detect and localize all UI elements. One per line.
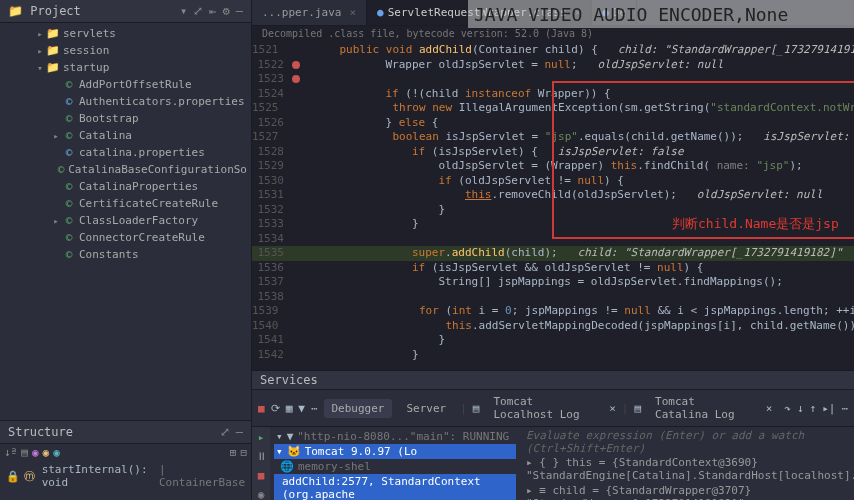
tab-catalina-log[interactable]: Tomcat Catalina Log <box>647 392 760 424</box>
minimize-icon[interactable]: — <box>236 4 243 18</box>
code-line[interactable]: 1531 this.removeChild(oldJspServlet); ol… <box>252 188 854 203</box>
code-line[interactable]: 1540 this.addServletMappingDecoded(jspMa… <box>252 319 854 334</box>
more-icon[interactable]: ⋯ <box>311 402 318 415</box>
variable-row[interactable]: ▸ ≡ child = {StandardWrapper@3707} "Stan… <box>526 483 848 500</box>
structure-item[interactable]: 🔒 ⓜ startInternal(): void | ContainerBas… <box>0 461 251 491</box>
expand-icon[interactable]: ⤢ <box>220 425 230 439</box>
structure-toolbar: ↓ª ▤ ◉ ◉ ◉ ⊞ ⊟ <box>0 444 251 461</box>
code-line[interactable]: 1521 public void addChild(Container chil… <box>252 43 854 58</box>
stop-icon[interactable]: ■ <box>258 402 265 415</box>
step-over-icon[interactable]: ↷ <box>784 402 791 415</box>
services-header: Services <box>252 371 854 390</box>
step-out-icon[interactable]: ↑ <box>810 402 817 415</box>
method-icon[interactable]: ◉ <box>53 446 60 459</box>
code-line[interactable]: 1523 <box>252 72 854 87</box>
code-line[interactable]: 1539 for (int i = 0; jspMappings != null… <box>252 304 854 319</box>
tree-item[interactable]: ©CertificateCreateRule <box>0 195 251 212</box>
expand-all-icon[interactable]: ⊞ <box>230 446 237 459</box>
tab-localhost-log[interactable]: Tomcat Localhost Log <box>485 392 603 424</box>
evaluate-input[interactable]: Evaluate expression (Enter) or add a wat… <box>526 429 848 455</box>
view-bp-icon[interactable]: ◉ <box>258 488 265 500</box>
filter-icon[interactable]: ▤ <box>21 446 28 459</box>
tree-item[interactable]: ▸📁servlets <box>0 25 251 42</box>
structure-pkg: | ContainerBase <box>159 463 245 489</box>
minimize-icon[interactable]: — <box>236 425 243 439</box>
tree-item[interactable]: ©Authenticators.properties <box>0 93 251 110</box>
stop-icon[interactable]: ■ <box>258 469 265 482</box>
project-title: Project <box>30 4 174 18</box>
log-icon: ▤ <box>634 402 641 415</box>
frame-row[interactable]: 🌐memory-shel <box>274 459 516 474</box>
close-icon[interactable]: × <box>349 6 356 19</box>
code-line[interactable]: 1535 super.addChild(child); child: "Stan… <box>252 246 854 261</box>
editor-tab[interactable]: ●De <box>592 0 637 25</box>
layout-icon[interactable]: ▦ <box>286 402 293 415</box>
code-line[interactable]: 1525 throw new IllegalArgumentException(… <box>252 101 854 116</box>
pause-icon[interactable]: ⏸ <box>256 450 267 463</box>
code-line[interactable]: 1522 Wrapper oldJspServlet = null; oldJs… <box>252 58 854 73</box>
close-icon[interactable]: × <box>766 402 773 415</box>
frame-row[interactable]: ▾🐱Tomcat 9.0.97 (Lo <box>274 444 516 459</box>
code-line[interactable]: 1534 <box>252 232 854 247</box>
project-tree[interactable]: ▸📁servlets▸📁session▾📁startup©AddPortOffs… <box>0 23 251 420</box>
stack-frame[interactable]: addChild:2577, StandardContext (org.apac… <box>274 474 516 500</box>
tree-item[interactable]: ©CatalinaProperties <box>0 178 251 195</box>
tree-item[interactable]: ©AddPortOffsetRule <box>0 76 251 93</box>
tree-item[interactable]: ©catalina.properties <box>0 144 251 161</box>
editor-tabs: JAVA VIDEO AUDIO ENCODER,None ...pper.ja… <box>252 0 854 26</box>
code-line[interactable]: 1536 if (isJspServlet && oldJspServlet !… <box>252 261 854 276</box>
tag-icon[interactable]: ◉ <box>32 446 39 459</box>
tree-item[interactable]: ▾📁startup <box>0 59 251 76</box>
close-icon[interactable]: × <box>609 402 616 415</box>
run-to-icon[interactable]: ▸| <box>822 402 835 415</box>
tree-item[interactable]: ©Constants <box>0 246 251 263</box>
services-toolbar: ■ ⟳ ▦ ▼ ⋯ Debugger Server | ▤ Tomcat Loc… <box>252 390 854 427</box>
resume-icon[interactable]: ▸ <box>258 431 265 444</box>
chevron-down-icon[interactable]: ▾ <box>180 4 187 18</box>
frames-panel[interactable]: ▾▼"http-nio-8080..."main": RUNNING▾🐱Tomc… <box>270 427 520 500</box>
more-icon[interactable]: ⋯ <box>841 402 848 415</box>
tab-debugger[interactable]: Debugger <box>324 399 393 418</box>
code-line[interactable]: 1538 <box>252 290 854 305</box>
log-icon: ▤ <box>473 402 480 415</box>
editor-tab[interactable]: ●ServletRequestWrapper.class× <box>367 0 592 25</box>
tree-item[interactable]: ▸©Catalina <box>0 127 251 144</box>
tab-server[interactable]: Server <box>398 399 454 418</box>
code-line[interactable]: 1533 } <box>252 217 854 232</box>
variables-panel[interactable]: Evaluate expression (Enter) or add a wat… <box>520 427 854 500</box>
frame-row[interactable]: ▾▼"http-nio-8080..."main": RUNNING <box>274 429 516 444</box>
field-icon[interactable]: ◉ <box>43 446 50 459</box>
code-line[interactable]: 1537 String[] jspMappings = oldJspServle… <box>252 275 854 290</box>
filter-icon[interactable]: ▼ <box>298 402 305 415</box>
close-icon[interactable]: × <box>575 6 582 19</box>
tree-item[interactable]: ▸©ClassLoaderFactory <box>0 212 251 229</box>
editor-tab[interactable]: ...pper.java× <box>252 0 367 25</box>
tree-item[interactable]: ©ConnectorCreateRule <box>0 229 251 246</box>
structure-method-label: startInternal(): void <box>42 463 159 489</box>
expand-icon[interactable]: ⤢ <box>193 4 203 18</box>
code-line[interactable]: 1542 } <box>252 348 854 363</box>
code-line[interactable]: 1524 if (!(child instanceof Wrapper)) { <box>252 87 854 102</box>
code-line[interactable]: 1541 } <box>252 333 854 348</box>
collapse-icon[interactable]: ⇤ <box>209 4 216 18</box>
code-editor[interactable]: 1521 public void addChild(Container chil… <box>252 41 854 370</box>
code-line[interactable]: 1532 } <box>252 203 854 218</box>
code-line[interactable]: 1527 boolean isJspServlet = "jsp".equals… <box>252 130 854 145</box>
rerun-icon[interactable]: ⟳ <box>271 402 280 415</box>
tree-item[interactable]: ▸📁session <box>0 42 251 59</box>
code-line[interactable]: 1526 } else { <box>252 116 854 131</box>
code-line[interactable]: 1528 if (isJspServlet) { isJspServlet: f… <box>252 145 854 160</box>
method-icon: ⓜ <box>24 469 35 484</box>
code-line[interactable]: 1529 oldJspServlet = (Wrapper) this.find… <box>252 159 854 174</box>
code-line[interactable]: 1530 if (oldJspServlet != null) { <box>252 174 854 189</box>
tree-item[interactable]: ©Bootstrap <box>0 110 251 127</box>
services-title: Services <box>260 373 846 387</box>
sort-icon[interactable]: ↓ª <box>4 446 17 459</box>
step-into-icon[interactable]: ↓ <box>797 402 804 415</box>
gear-icon[interactable]: ⚙ <box>223 4 230 18</box>
structure-title: Structure <box>8 425 214 439</box>
collapse-all-icon[interactable]: ⊟ <box>240 446 247 459</box>
variable-row[interactable]: ▸ { } this = {StandardContext@3690} "Sta… <box>526 455 848 483</box>
structure-header: Structure ⤢ — <box>0 421 251 444</box>
tree-item[interactable]: ©CatalinaBaseConfigurationSo <box>0 161 251 178</box>
